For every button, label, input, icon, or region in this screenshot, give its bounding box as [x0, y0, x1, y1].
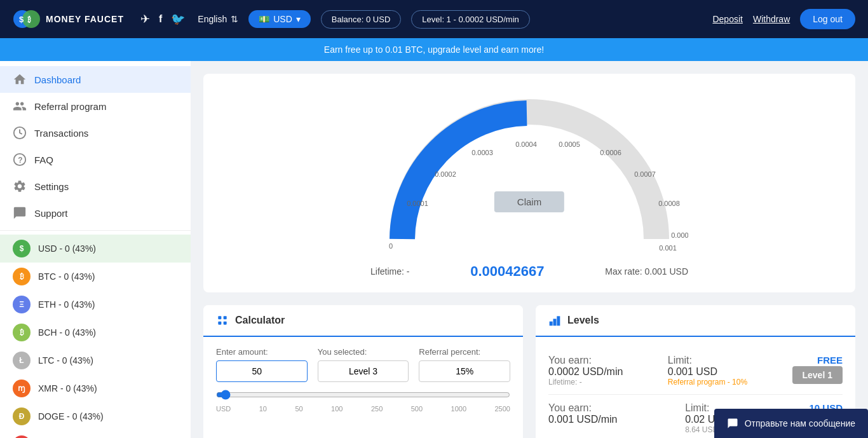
svg-rect-21 — [224, 322, 227, 325]
balance-badge: Balance: 0 USD — [321, 10, 402, 29]
claim-button[interactable]: Claim — [494, 191, 564, 212]
deposit-link[interactable]: Deposit — [712, 14, 742, 24]
tick-500: 500 — [411, 405, 423, 413]
coin-item-bch[interactable]: ₿ BCH - 0 (43%) — [0, 318, 191, 346]
ltc-icon: Ł — [13, 352, 31, 369]
settings-icon — [13, 179, 27, 193]
btc-icon: ₿ — [13, 268, 31, 285]
lifetime-label: Lifetime: - — [370, 266, 409, 277]
sidebar-item-referral[interactable]: Referral program — [0, 93, 191, 120]
facebook-icon[interactable]: f — [159, 13, 162, 25]
logout-button[interactable]: Log out — [800, 9, 855, 29]
level-2-earn-group: You earn: 0.001 USD/min — [548, 402, 618, 425]
referral-percent-input — [419, 360, 510, 382]
svg-text:0.0002: 0.0002 — [435, 170, 456, 178]
logo-icon: $ ₿ — [13, 5, 41, 33]
svg-rect-18 — [218, 316, 221, 319]
tick-1000: 1000 — [451, 405, 466, 413]
you-selected-label: You selected: — [318, 347, 409, 357]
svg-text:0.0001: 0.0001 — [407, 200, 428, 207]
currency-button[interactable]: 💵 USD ▾ — [248, 10, 311, 28]
tick-10: 10 — [259, 405, 267, 413]
level-badge: Level: 1 - 0.0002 USD/min — [411, 10, 529, 29]
coin-item-trx[interactable]: T TRX - 0 (43%) — [0, 430, 191, 438]
referral-icon — [13, 99, 27, 113]
level-1-earn-value: 0.0002 USD/min — [548, 366, 623, 378]
currency-label: USD — [273, 14, 292, 24]
level-1-referral: Referral program - 10% — [668, 378, 747, 387]
level-1-badge-current[interactable]: Level 1 — [792, 366, 843, 384]
level-row-1: You earn: 0.0002 USD/min Lifetime: - Lim… — [548, 347, 843, 395]
gauge-wrapper: 0 0.0001 0.0002 0.0003 0.0004 0.0005 0.0… — [370, 86, 688, 258]
coin-item-xmr[interactable]: ɱ XMR - 0 (43%) — [0, 374, 191, 402]
coin-item-btc[interactable]: ₿ BTC - 0 (43%) — [0, 263, 191, 291]
gauge-stats: Lifetime: - 0.00042667 Max rate: 0.001 U… — [370, 263, 688, 280]
svg-text:0.0007: 0.0007 — [634, 170, 656, 178]
sidebar-item-transactions[interactable]: Transactions — [0, 120, 191, 146]
tick-250: 250 — [371, 405, 383, 413]
svg-rect-20 — [218, 322, 221, 325]
level-2-earn-value: 0.001 USD/min — [548, 414, 618, 425]
calculator-icon — [216, 314, 229, 327]
main-layout: Dashboard Referral program Transactions … — [0, 61, 868, 438]
gauge-svg: 0 0.0001 0.0002 0.0003 0.0004 0.0005 0.0… — [370, 86, 688, 252]
level-1-lifetime: Lifetime: - — [548, 378, 623, 387]
max-rate: Max rate: 0.001 USD — [605, 266, 688, 277]
slider-ticks: USD 10 50 100 250 500 1000 2500 — [216, 405, 510, 413]
calculator-inputs-row: Enter amount: You selected: Referral per… — [216, 347, 510, 382]
svg-rect-19 — [224, 316, 227, 319]
level-1-limit-label: Limit: — [668, 355, 747, 366]
level-1-badge-free: FREE — [792, 355, 843, 366]
amount-slider[interactable] — [216, 390, 510, 400]
main-content: 0 0.0001 0.0002 0.0003 0.0004 0.0005 0.0… — [191, 61, 868, 438]
social-icons: ✈ f 🐦 — [140, 12, 185, 26]
sidebar-item-faq[interactable]: ? FAQ — [0, 146, 191, 173]
svg-text:?: ? — [18, 156, 22, 165]
coin-item-eth[interactable]: Ξ ETH - 0 (43%) — [0, 291, 191, 318]
withdraw-link[interactable]: Withdraw — [753, 14, 790, 24]
level-1-badge-group: FREE Level 1 — [792, 355, 843, 381]
levels-title: Levels — [567, 315, 599, 326]
coin-item-ltc[interactable]: Ł LTC - 0 (43%) — [0, 346, 191, 374]
header: $ ₿ MONEY FAUCET ✈ f 🐦 English ⇅ 💵 USD ▾… — [0, 0, 868, 38]
transactions-icon — [13, 126, 27, 140]
enter-amount-input[interactable] — [216, 360, 308, 382]
amount-slider-container — [216, 390, 510, 402]
trx-icon: T — [13, 435, 31, 438]
gauge-section: 0 0.0001 0.0002 0.0003 0.0004 0.0005 0.0… — [203, 74, 855, 292]
currency-chevron-icon: ▾ — [296, 14, 301, 24]
eth-icon: Ξ — [13, 296, 31, 313]
enter-amount-field: Enter amount: — [216, 347, 308, 382]
telegram-icon[interactable]: ✈ — [140, 12, 150, 26]
chat-label: Отправьте нам сообщение — [745, 418, 855, 428]
sidebar-item-settings[interactable]: Settings — [0, 173, 191, 200]
sidebar-item-dashboard[interactable]: Dashboard — [0, 66, 191, 93]
home-icon — [13, 72, 27, 86]
language-selector[interactable]: English ⇅ — [198, 14, 238, 24]
level-1-earn-label: You earn: — [548, 355, 623, 366]
logo-text: MONEY FAUCET — [46, 14, 124, 24]
tick-50: 50 — [295, 405, 302, 413]
dollar-icon: 💵 — [259, 14, 269, 24]
twitter-icon[interactable]: 🐦 — [171, 12, 185, 26]
chevron-down-icon: ⇅ — [231, 14, 238, 24]
you-selected-field: You selected: — [318, 347, 409, 382]
svg-text:0.0005: 0.0005 — [559, 140, 580, 148]
language-label: English — [198, 14, 227, 24]
referral-percent-field: Referral percent: — [419, 347, 510, 382]
svg-text:0.0008: 0.0008 — [658, 200, 680, 207]
coin-item-usd[interactable]: $ USD - 0 (43%) — [0, 235, 191, 263]
svg-text:0.001: 0.001 — [659, 244, 677, 252]
svg-rect-24 — [557, 316, 560, 325]
sidebar-divider — [0, 230, 191, 231]
svg-point-1 — [22, 10, 40, 28]
you-selected-input — [318, 360, 409, 382]
coin-item-doge[interactable]: Ð DOGE - 0 (43%) — [0, 402, 191, 430]
svg-text:₿: ₿ — [27, 16, 31, 24]
svg-text:0.0006: 0.0006 — [600, 149, 621, 156]
promo-banner: Earn free up to 0.01 BTC, upgrade level … — [0, 38, 868, 61]
svg-rect-22 — [550, 322, 553, 326]
sidebar-item-support[interactable]: Support — [0, 200, 191, 226]
chat-widget[interactable]: Отправьте нам сообщение — [714, 409, 868, 438]
currency-tick-label: USD — [216, 405, 231, 413]
